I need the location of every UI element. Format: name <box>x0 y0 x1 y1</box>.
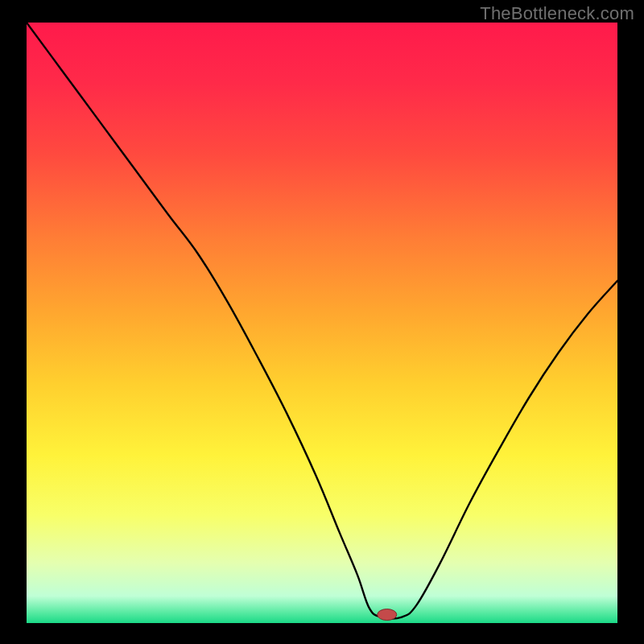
optimal-point-marker <box>378 609 397 621</box>
plot-area <box>27 23 617 623</box>
plot-svg <box>27 23 617 623</box>
watermark-text: TheBottleneck.com <box>480 3 634 24</box>
gradient-background <box>27 23 617 623</box>
chart-root: TheBottleneck.com <box>0 0 644 644</box>
